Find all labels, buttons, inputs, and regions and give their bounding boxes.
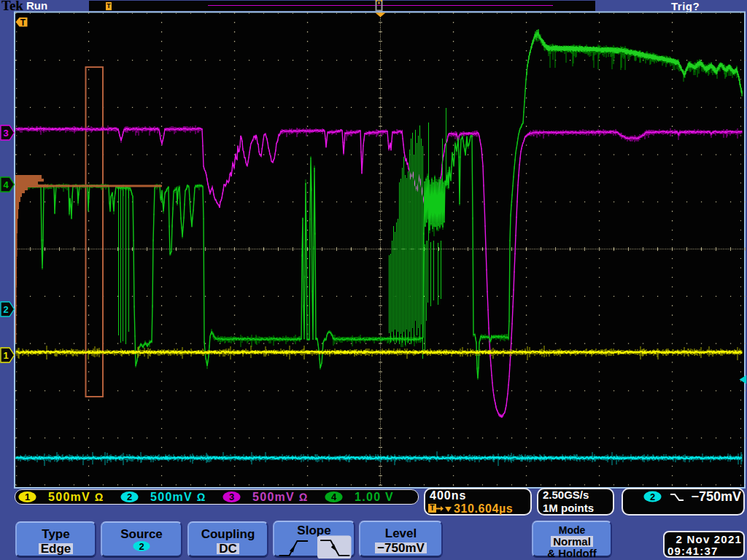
svg-text:Ω: Ω <box>299 491 308 503</box>
svg-text:2: 2 <box>3 304 8 315</box>
svg-text:500mV: 500mV <box>252 491 295 503</box>
svg-text:500mV: 500mV <box>48 491 90 503</box>
svg-text:1.00 V: 1.00 V <box>355 491 394 503</box>
svg-text:3: 3 <box>3 128 8 139</box>
svg-text:4: 4 <box>331 491 337 502</box>
svg-text:1: 1 <box>25 491 30 502</box>
svg-text:−750mV: −750mV <box>691 489 741 504</box>
svg-text:Ω: Ω <box>197 491 206 503</box>
svg-text:500mV: 500mV <box>150 491 193 503</box>
svg-text:3: 3 <box>229 491 234 502</box>
svg-text:Ω: Ω <box>95 491 104 503</box>
svg-text:T: T <box>20 18 26 28</box>
svg-text:2: 2 <box>127 491 132 502</box>
svg-text:2: 2 <box>139 541 144 552</box>
svg-text:4: 4 <box>3 179 9 190</box>
svg-text:1: 1 <box>3 350 8 361</box>
svg-text:2: 2 <box>650 491 655 502</box>
